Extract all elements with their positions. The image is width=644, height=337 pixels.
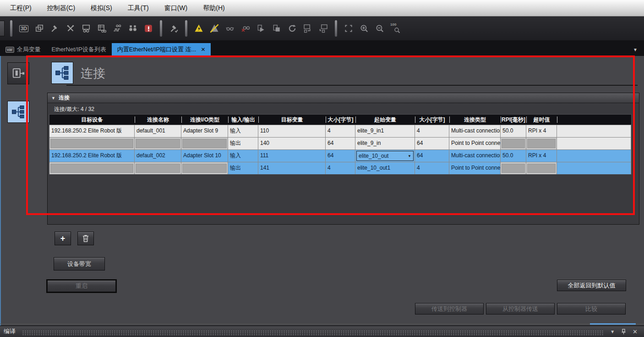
compare-button[interactable]: 比较 xyxy=(557,303,626,315)
panel-grip-texture[interactable] xyxy=(22,330,604,336)
table-cell[interactable]: 4 xyxy=(326,125,355,137)
table-cell[interactable] xyxy=(501,162,526,174)
table-cell[interactable]: Point to Point connection xyxy=(449,162,501,174)
table-cell[interactable]: RPI x 4 xyxy=(526,125,557,137)
table-cell[interactable] xyxy=(49,162,135,174)
tab-list-dropdown-icon[interactable]: ▼ xyxy=(633,47,638,52)
table-cell[interactable]: 50.0 xyxy=(501,149,526,162)
column-header[interactable]: 目标变量 xyxy=(258,115,326,125)
table-cell[interactable] xyxy=(135,137,181,149)
add-connection-button[interactable]: + xyxy=(55,232,71,245)
panel-close-icon[interactable]: ✕ xyxy=(633,328,638,335)
cascade-windows-icon[interactable] xyxy=(32,21,47,36)
table-cell[interactable]: 64 xyxy=(415,149,449,162)
table-cell[interactable] xyxy=(557,149,631,162)
column-header[interactable]: 大小[字节] xyxy=(415,115,449,125)
3d-view-icon[interactable]: 3D xyxy=(16,21,32,36)
table-cell[interactable]: 111 xyxy=(258,149,326,162)
monitor-stop-icon[interactable] xyxy=(238,21,253,36)
table-cell[interactable] xyxy=(557,162,631,174)
table-cell[interactable]: 输出 xyxy=(228,162,258,174)
zoom-out-icon[interactable] xyxy=(372,21,387,36)
table-cell[interactable]: Multi-cast connection xyxy=(449,149,501,162)
zoom-in-icon[interactable] xyxy=(356,21,372,36)
dropdown-arrow-icon[interactable]: ▼ xyxy=(408,150,411,162)
data-trace-icon[interactable] xyxy=(109,21,125,36)
variable-dropdown[interactable]: elite_10_out▼ xyxy=(356,151,414,161)
sidebar-item-connections[interactable] xyxy=(7,101,29,123)
table-cell[interactable]: 4 xyxy=(326,162,355,174)
table-cell[interactable] xyxy=(557,137,631,149)
table-cell[interactable]: Point to Point connection xyxy=(449,137,501,149)
table-cell[interactable]: 192.168.250.2 Elite Robot 版 xyxy=(49,125,135,137)
menu-controller[interactable]: 控制器(C) xyxy=(47,4,75,12)
restart-button[interactable]: 重启 xyxy=(47,280,116,292)
simulation-warning-on-icon[interactable] xyxy=(191,21,207,36)
section-header[interactable]: ▼ 连接 xyxy=(48,93,639,103)
pin-icon[interactable] xyxy=(621,329,626,335)
copy-icon[interactable] xyxy=(269,21,284,36)
pane-splitter[interactable] xyxy=(0,324,644,324)
run-icon[interactable] xyxy=(253,21,269,36)
table-cell[interactable] xyxy=(181,162,228,174)
table-cell[interactable]: 140 xyxy=(258,137,326,149)
tab-global-variables[interactable]: var 全局变量 xyxy=(0,43,46,56)
table-cell[interactable]: elite_9_in xyxy=(355,137,415,149)
delete-connection-button[interactable] xyxy=(77,232,94,245)
table-cell[interactable]: default_002 xyxy=(135,149,181,162)
table-cell[interactable]: elite_10_out1 xyxy=(355,162,415,174)
table-cell[interactable]: 64 xyxy=(326,137,355,149)
rebuild-icon[interactable] xyxy=(63,21,78,36)
menu-window[interactable]: 窗口(W) xyxy=(164,4,188,12)
table-cell[interactable]: 输入 xyxy=(228,149,258,162)
table-cell[interactable]: elite_9_in1 xyxy=(355,125,415,137)
compile-icon[interactable] xyxy=(166,21,181,36)
menu-help[interactable]: 帮助(H) xyxy=(203,4,224,12)
table-cell[interactable]: 110 xyxy=(258,125,326,137)
column-header[interactable]: 连接I/O类型 xyxy=(181,115,228,125)
column-header[interactable]: 目标设备 xyxy=(49,115,135,125)
table-cell[interactable] xyxy=(135,162,181,174)
table-cell[interactable]: Adapter Slot 10 xyxy=(181,149,228,162)
simulation-warning-off-icon[interactable] xyxy=(207,21,222,36)
table-cell[interactable] xyxy=(181,137,228,149)
column-header[interactable]: 连接名称 xyxy=(135,115,181,125)
table-cell[interactable] xyxy=(501,137,526,149)
download-to-controller-icon[interactable] xyxy=(300,21,316,36)
table-cell[interactable]: elite_10_out▼ xyxy=(355,149,415,162)
table-cell[interactable]: 64 xyxy=(326,149,355,162)
table-row[interactable]: 192.168.250.2 Elite Robot 版default_002Ad… xyxy=(49,149,631,162)
tab-close-icon[interactable]: ✕ xyxy=(201,46,205,53)
monitor-icon[interactable] xyxy=(222,21,238,36)
restore-defaults-button[interactable]: 全部返回到默认值 xyxy=(557,280,626,291)
table-cell[interactable] xyxy=(49,137,135,149)
sync-icon[interactable] xyxy=(284,21,300,36)
search-icon[interactable] xyxy=(125,21,141,36)
table-cell[interactable]: 4 xyxy=(415,125,449,137)
table-row[interactable]: 输出1414elite_10_out14Point to Point conne… xyxy=(49,162,631,174)
menu-tools[interactable]: 工具(T) xyxy=(128,4,149,12)
column-header[interactable]: 大小[字节] xyxy=(326,115,355,125)
column-header[interactable]: 起始变量 xyxy=(355,115,415,125)
table-cell[interactable]: Adapter Slot 9 xyxy=(181,125,228,137)
build-icon[interactable] xyxy=(47,21,63,36)
column-header[interactable]: 输入/输出 xyxy=(228,115,258,125)
table-cell[interactable]: RPI x 4 xyxy=(526,149,557,162)
table-cell[interactable]: default_001 xyxy=(135,125,181,137)
zoom-100-icon[interactable]: 100 xyxy=(387,21,403,36)
table-cell[interactable]: 输入 xyxy=(228,125,258,137)
tab-ethernet-ip-device-list[interactable]: EtherNet/IP设备列表 xyxy=(46,43,112,56)
error-list-icon[interactable] xyxy=(141,21,156,36)
upload-from-controller-icon[interactable] xyxy=(316,21,331,36)
sidebar-item-port-settings[interactable] xyxy=(7,62,29,84)
table-cell[interactable]: 141 xyxy=(258,162,326,174)
table-cell[interactable] xyxy=(526,137,557,149)
table-cell[interactable] xyxy=(557,125,631,137)
watch-table-icon[interactable] xyxy=(94,21,109,36)
column-header[interactable]: RPI[毫秒] xyxy=(501,115,526,125)
tab-builtin-ethernet-ip-port-settings[interactable]: 内置EtherNet/IP端口设置 连... ✕ xyxy=(112,43,211,56)
table-row[interactable]: 输出14064elite_9_in64Point to Point connec… xyxy=(49,137,631,149)
panel-dropdown-icon[interactable]: ▼ xyxy=(610,329,615,334)
table-cell[interactable]: Multi-cast connection xyxy=(449,125,501,137)
column-header[interactable]: 连接类型 xyxy=(449,115,501,125)
